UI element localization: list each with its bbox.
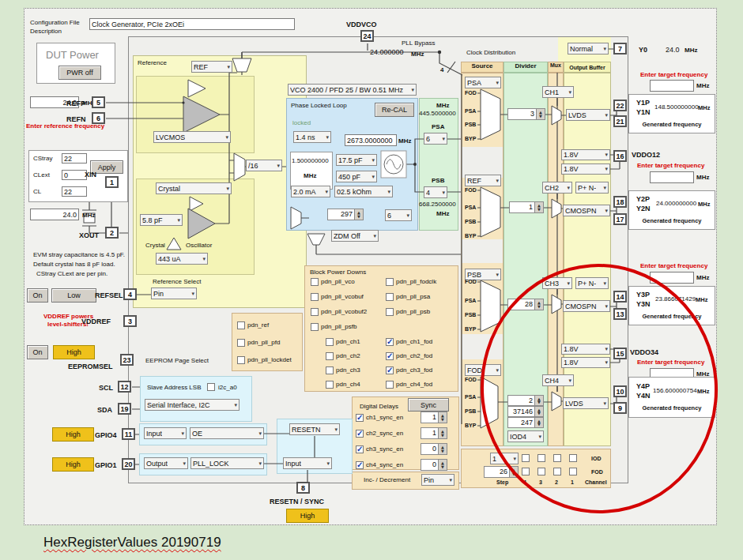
fod-ch2-checkbox[interactable] xyxy=(553,468,561,475)
pdn-pll-pfd-checkbox[interactable] xyxy=(237,339,245,347)
ch2-mux-dropdown[interactable]: CH2▾ xyxy=(542,182,572,194)
y0-mode-dropdown[interactable]: Normal▾ xyxy=(568,43,609,54)
ch3-buffer-dropdown[interactable]: CMOSPN▾ xyxy=(563,300,610,312)
cstray-input[interactable]: 22 xyxy=(62,153,87,163)
charge-pump-dropdown[interactable]: 2.0 mA▾ xyxy=(291,186,330,197)
ch1-buffer-dropdown[interactable]: LVDS▾ xyxy=(566,109,610,121)
gpio1-mode-dropdown[interactable]: Output▾ xyxy=(144,457,188,469)
pdn-ch1-checkbox[interactable] xyxy=(326,338,334,346)
pdn-ref-checkbox[interactable] xyxy=(237,321,245,329)
ch3-sync-spinner[interactable]: 0▲▼ xyxy=(421,443,447,455)
pdn-pll-psb-checkbox[interactable] xyxy=(386,308,394,316)
gpio4-function-dropdown[interactable]: OE▾ xyxy=(190,427,264,439)
spinner-arrows-icon[interactable]: ▲▼ xyxy=(510,466,519,478)
pdn-pll-vco-checkbox[interactable] xyxy=(311,278,319,286)
ch1-mux-dropdown[interactable]: CH1▾ xyxy=(542,86,574,98)
pdn-ch4-fod-checkbox[interactable] xyxy=(386,381,394,389)
vco-frequency-input[interactable]: 2673.0000000 xyxy=(345,134,397,146)
vddo12-v1-dropdown[interactable]: 1.8V▾ xyxy=(561,149,610,160)
ch4-iod-dropdown[interactable]: IOD4▾ xyxy=(507,430,544,442)
recal-button[interactable]: Re-CAL xyxy=(375,103,414,117)
iod-ch2-checkbox[interactable] xyxy=(553,454,561,462)
pdn-ch3-fod-checkbox[interactable] xyxy=(386,366,394,374)
serial-interface-dropdown[interactable]: Serial Interface, I2C▾ xyxy=(145,399,239,411)
gpio4-mode-dropdown[interactable]: Input▾ xyxy=(144,427,187,439)
ch4-divider-spinner[interactable]: 2▲▼ xyxy=(507,395,544,406)
spinner-arrows-icon[interactable]: ▲▼ xyxy=(535,395,544,406)
y2-target-input[interactable] xyxy=(650,171,694,183)
ch4-mux-dropdown[interactable]: CH4▾ xyxy=(542,374,574,386)
ch3-divider-spinner[interactable]: 28▲▼ xyxy=(507,299,544,310)
tdc-delay-dropdown[interactable]: 1.4 ns▾ xyxy=(293,131,331,143)
vddo34-v2-dropdown[interactable]: 1.8V▾ xyxy=(561,357,610,368)
ref-mux-dropdown[interactable]: REF▾ xyxy=(191,61,232,73)
spinner-arrows-icon[interactable]: ▲▼ xyxy=(439,459,447,471)
eeprom-on-button[interactable]: On xyxy=(27,345,48,359)
spinner-arrows-icon[interactable]: ▲▼ xyxy=(535,406,544,417)
spinner-arrows-icon[interactable]: ▲▼ xyxy=(355,209,364,220)
loop-filter-r-dropdown[interactable]: 02.5 kOhm▾ xyxy=(334,186,393,197)
y3-target-input[interactable] xyxy=(650,272,694,284)
config-description-field[interactable]: Clock Generator, PCIe 2xOEi xyxy=(89,18,295,30)
lvcmos-dropdown[interactable]: LVCMOS▾ xyxy=(153,131,231,143)
psa-divider-dropdown[interactable]: 6▾ xyxy=(424,133,447,145)
y1-target-input[interactable] xyxy=(650,80,694,92)
refsel-on-button[interactable]: On xyxy=(27,288,48,303)
ch1-sync-en-checkbox[interactable] xyxy=(356,414,364,422)
step-iod-dropdown[interactable]: 1▾ xyxy=(490,453,519,464)
iod-ch4-checkbox[interactable] xyxy=(522,454,530,462)
ch4-sync-spinner[interactable]: 0▲▼ xyxy=(421,459,447,471)
pwr-off-button[interactable]: PWR off xyxy=(58,66,101,80)
osc-current-dropdown[interactable]: 443 uA▾ xyxy=(156,253,208,265)
refsel-low-button[interactable]: Low xyxy=(51,288,96,303)
iod-ch1-checkbox[interactable] xyxy=(569,454,577,462)
pdn-ch3-checkbox[interactable] xyxy=(326,366,334,374)
pdn-pll-vcobuf-checkbox[interactable] xyxy=(311,293,319,301)
resetn-dropdown[interactable]: RESETN▾ xyxy=(289,423,340,435)
ch1-sync-spinner[interactable]: 1▲▼ xyxy=(421,412,447,423)
loop-filter-c1-dropdown[interactable]: 17.5 pF▾ xyxy=(336,154,377,166)
spinner-arrows-icon[interactable]: ▲▼ xyxy=(535,417,544,428)
pdn-pll-vcobuf2-checkbox[interactable] xyxy=(311,308,319,316)
pdn-pll-fodclk-checkbox[interactable] xyxy=(386,278,394,286)
psb-divider-dropdown[interactable]: 4▾ xyxy=(424,186,447,198)
pdn-pll-psfb-checkbox[interactable] xyxy=(311,323,319,331)
gpio4-high-button[interactable]: High xyxy=(52,427,94,442)
pdn-pll-lockdet-checkbox[interactable] xyxy=(237,356,245,364)
ch4-source-dropdown[interactable]: FOD▾ xyxy=(465,364,501,376)
crystal-cap-dropdown[interactable]: 5.8 pF▾ xyxy=(140,214,183,226)
ch4-num-spinner[interactable]: 37146▲▼ xyxy=(507,406,544,417)
ch4-sync-en-checkbox[interactable] xyxy=(356,461,364,469)
loop-filter-c2-dropdown[interactable]: 450 pF▾ xyxy=(336,171,377,182)
ch1-source-dropdown[interactable]: PSA▾ xyxy=(465,77,501,88)
div16-dropdown[interactable]: /16▾ xyxy=(246,160,282,171)
fod-ch4-checkbox[interactable] xyxy=(522,468,530,475)
vddo34-v1-dropdown[interactable]: 1.8V▾ xyxy=(561,344,610,355)
fod-ch3-checkbox[interactable] xyxy=(537,468,545,475)
ch2-divider-spinner[interactable]: 1▲▼ xyxy=(509,201,544,213)
spinner-arrows-icon[interactable]: ▲▼ xyxy=(439,443,447,455)
ch3-mux-dropdown[interactable]: CH3▾ xyxy=(542,277,572,289)
post-divider-dropdown[interactable]: 6▾ xyxy=(385,209,412,221)
iod-ch3-checkbox[interactable] xyxy=(537,454,545,462)
crystal-mode-dropdown[interactable]: Crystal▾ xyxy=(156,182,232,194)
ch1-divider-spinner[interactable]: 3▲▼ xyxy=(507,108,545,120)
ch2-buffer-dropdown[interactable]: CMOSPN▾ xyxy=(563,205,610,216)
spinner-arrows-icon[interactable]: ▲▼ xyxy=(439,427,447,439)
zdm-dropdown[interactable]: ZDM Off▾ xyxy=(331,230,379,242)
pdn-ch2-checkbox[interactable] xyxy=(326,352,334,360)
spinner-arrows-icon[interactable]: ▲▼ xyxy=(439,412,447,423)
sync-button[interactable]: Sync xyxy=(408,398,449,412)
ch2-sync-en-checkbox[interactable] xyxy=(356,430,364,438)
i2c-a0-checkbox[interactable] xyxy=(207,383,215,391)
spinner-arrows-icon[interactable]: ▲▼ xyxy=(535,299,544,310)
ch3-sync-en-checkbox[interactable] xyxy=(356,445,364,453)
fod-ch1-checkbox[interactable] xyxy=(569,468,577,475)
cl-input[interactable]: 22 xyxy=(62,186,87,197)
spinner-arrows-icon[interactable]: ▲▼ xyxy=(535,201,544,213)
ch2-pn-dropdown[interactable]: P+ N-▾ xyxy=(575,182,609,194)
eeprom-high-button[interactable]: High xyxy=(53,345,95,359)
ch2-source-dropdown[interactable]: REF▾ xyxy=(465,175,501,186)
pdn-ch2-fod-checkbox[interactable] xyxy=(386,352,394,360)
resetn-input-dropdown[interactable]: Input▾ xyxy=(283,457,332,469)
